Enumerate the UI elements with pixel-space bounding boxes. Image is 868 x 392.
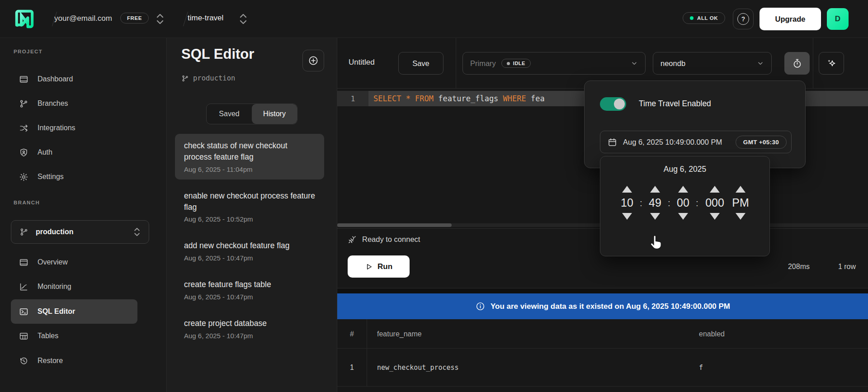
query-row-count: 1 row bbox=[838, 263, 856, 271]
picker-date-title: Aug 6, 2025 bbox=[600, 165, 769, 174]
chevron-down-icon bbox=[631, 60, 638, 67]
branch-selector[interactable]: production bbox=[11, 220, 149, 244]
sidebar-item-dashboard[interactable]: Dashboard bbox=[11, 67, 137, 91]
window-icon bbox=[19, 75, 28, 84]
history-item[interactable]: enable new checkout process feature flag… bbox=[175, 184, 324, 230]
system-status-badge[interactable]: ALL OK bbox=[683, 12, 725, 24]
millisecond-up-arrow[interactable] bbox=[710, 186, 720, 193]
hour-down-arrow[interactable] bbox=[622, 213, 632, 220]
connection-status-text: Ready to connect bbox=[362, 235, 420, 244]
sidebar-item-label: Restore bbox=[38, 357, 63, 365]
tab-history[interactable]: History bbox=[252, 104, 297, 124]
history-item[interactable]: add new checkout feature flag Aug 6, 202… bbox=[175, 234, 324, 268]
hour-up-arrow[interactable] bbox=[622, 186, 632, 193]
sidebar-item-tables[interactable]: Tables bbox=[11, 324, 137, 348]
sidebar-item-label: Overview bbox=[38, 258, 68, 266]
toggle-knob bbox=[614, 99, 625, 109]
account-switcher-chevrons-icon[interactable] bbox=[156, 13, 165, 25]
millisecond-value[interactable]: 000 bbox=[705, 196, 724, 209]
plus-circle-icon bbox=[308, 55, 319, 66]
history-item[interactable]: check status of new checkout process fea… bbox=[175, 134, 324, 179]
new-query-button[interactable] bbox=[302, 50, 324, 71]
git-branch-icon bbox=[19, 99, 28, 109]
minute-value[interactable]: 49 bbox=[649, 196, 661, 209]
history-item[interactable]: create project database Aug 6, 2025 - 10… bbox=[175, 312, 324, 346]
millisecond-down-arrow[interactable] bbox=[710, 213, 720, 220]
sidebar-item-integrations[interactable]: Integrations bbox=[11, 116, 137, 140]
upgrade-button[interactable]: Upgrade bbox=[760, 8, 821, 30]
disconnected-plug-icon bbox=[348, 235, 357, 244]
shield-user-icon bbox=[19, 148, 28, 157]
project-switcher-chevrons-icon[interactable] bbox=[239, 13, 248, 25]
history-item-title: create feature flags table bbox=[184, 279, 315, 290]
sidebar-item-settings[interactable]: Settings bbox=[11, 165, 137, 189]
sidebar-item-branches[interactable]: Branches bbox=[11, 91, 137, 116]
sidebar-item-label: Branches bbox=[38, 99, 68, 108]
minute-up-arrow[interactable] bbox=[650, 186, 660, 193]
time-separator: : bbox=[668, 198, 670, 208]
git-branch-icon bbox=[19, 227, 28, 236]
plan-badge: FREE bbox=[120, 13, 149, 24]
mouse-cursor-pointer bbox=[649, 234, 664, 252]
sidebar-item-sql-editor[interactable]: SQL Editor bbox=[11, 299, 137, 324]
datetime-picker-popover: Aug 6, 2025 10 : 49 : 00 : 000 PM bbox=[600, 156, 770, 256]
history-item-date: Aug 6, 2025 - 11:04pm bbox=[184, 165, 315, 173]
user-avatar[interactable]: D bbox=[827, 8, 849, 30]
toolbar-divider bbox=[456, 38, 456, 89]
meridiem-down-arrow[interactable] bbox=[736, 213, 745, 220]
save-button[interactable]: Save bbox=[398, 52, 443, 75]
meridiem-up-arrow[interactable] bbox=[736, 186, 745, 193]
ai-assist-button[interactable] bbox=[819, 52, 844, 75]
neon-logo-icon[interactable] bbox=[14, 9, 34, 29]
query-tab-title[interactable]: Untitled bbox=[349, 58, 375, 67]
sidebar-item-label: Tables bbox=[38, 332, 58, 340]
sparkles-icon bbox=[826, 58, 837, 69]
code-line: SELECT * FROM feature_flags WHERE fea bbox=[373, 91, 545, 106]
run-button-label: Run bbox=[377, 262, 392, 271]
account-breadcrumb[interactable]: your@email.com bbox=[54, 14, 112, 23]
meridiem-value[interactable]: PM bbox=[732, 196, 749, 209]
project-breadcrumb[interactable]: time-travel bbox=[188, 14, 223, 23]
compute-name: Primary bbox=[470, 59, 496, 68]
time-travel-toggle[interactable] bbox=[600, 97, 626, 111]
datetime-input[interactable]: Aug 6, 2025 10:49:00.000 PM GMT +05:30 bbox=[600, 131, 792, 153]
panel-branch: production bbox=[181, 74, 235, 82]
results-column-divider bbox=[367, 319, 367, 387]
panel-branch-label: production bbox=[193, 74, 235, 82]
history-item-date: Aug 6, 2025 - 10:47pm bbox=[184, 332, 315, 340]
minute-down-arrow[interactable] bbox=[650, 213, 660, 220]
tab-saved[interactable]: Saved bbox=[207, 104, 252, 124]
history-item-date: Aug 6, 2025 - 10:52pm bbox=[184, 215, 315, 223]
sidebar-item-monitoring[interactable]: Monitoring bbox=[11, 274, 137, 299]
cell-index: 1 bbox=[337, 349, 367, 387]
sidebar-item-label: Dashboard bbox=[38, 75, 73, 83]
table-grid-icon bbox=[19, 331, 28, 341]
sidebar-item-restore[interactable]: Restore bbox=[11, 349, 137, 373]
second-down-arrow[interactable] bbox=[678, 213, 688, 220]
gear-icon bbox=[19, 172, 28, 182]
time-spinner-grid: 10 : 49 : 00 : 000 PM bbox=[617, 186, 753, 220]
sidebar-item-auth[interactable]: Auth bbox=[11, 140, 137, 165]
chart-line-icon bbox=[19, 282, 28, 292]
run-button[interactable]: Run bbox=[348, 255, 410, 278]
time-travel-button[interactable] bbox=[784, 52, 810, 75]
compute-selector[interactable]: Primary IDLE bbox=[462, 52, 646, 75]
sidebar-item-overview[interactable]: Overview bbox=[11, 250, 137, 274]
saved-history-tabs: Saved History bbox=[206, 104, 297, 124]
second-up-arrow[interactable] bbox=[678, 186, 688, 193]
database-selector[interactable]: neondb bbox=[653, 52, 772, 75]
query-history-list: check status of new checkout process fea… bbox=[175, 134, 330, 346]
sidebar-item-label: Auth bbox=[38, 148, 52, 156]
project-section-label: PROJECT bbox=[14, 49, 42, 54]
chevron-down-icon bbox=[757, 60, 764, 67]
sql-token: SELECT * FROM bbox=[373, 94, 438, 103]
compute-status-badge: IDLE bbox=[501, 59, 531, 68]
results-header-row: # feature_name enabled bbox=[337, 319, 868, 349]
help-button[interactable]: ? bbox=[733, 9, 754, 29]
second-value[interactable]: 00 bbox=[677, 196, 689, 209]
history-item[interactable]: create feature flags table Aug 6, 2025 -… bbox=[175, 273, 324, 307]
line-number: 1 bbox=[337, 91, 368, 106]
horizontal-scrollbar-thumb[interactable] bbox=[337, 223, 452, 227]
time-travel-banner-text: You are viewing data as it existed on Au… bbox=[491, 302, 730, 311]
hour-value[interactable]: 10 bbox=[621, 196, 633, 209]
